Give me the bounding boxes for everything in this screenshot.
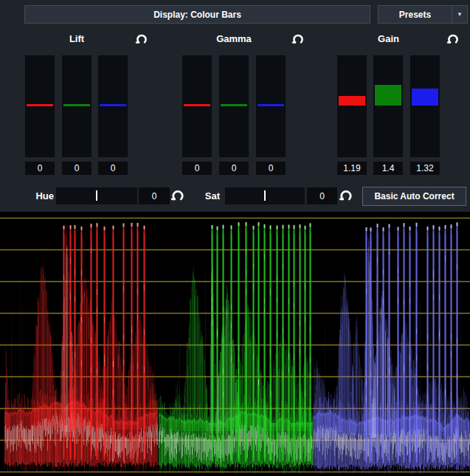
- gain-green-value: 1.4: [373, 162, 403, 175]
- reset-icon: [339, 188, 353, 203]
- gain-red-level: [339, 96, 365, 106]
- sat-label: Sat: [198, 190, 220, 202]
- lift-blue-level: [100, 104, 126, 106]
- gain-blue-value: 1.32: [410, 162, 440, 175]
- gamma-section-title: Gamma: [182, 33, 286, 45]
- lift-green-level: [63, 104, 90, 106]
- presets-label: Presets: [379, 10, 452, 20]
- gain-red-slider[interactable]: [337, 55, 367, 157]
- hue-slider-handle[interactable]: [96, 190, 97, 201]
- reset-icon: [170, 188, 185, 203]
- lift-reset-button[interactable]: [134, 32, 149, 46]
- gain-red-value: 1.19: [337, 162, 367, 175]
- display-mode-button[interactable]: Display: Colour Bars: [24, 5, 370, 24]
- gain-section-title: Gain: [337, 33, 440, 45]
- sat-value: 0: [307, 187, 337, 204]
- basic-auto-correct-button[interactable]: Basic Auto Correct: [362, 187, 466, 206]
- gain-green-level: [375, 85, 401, 106]
- sat-slider[interactable]: [225, 187, 305, 204]
- lift-red-slider[interactable]: [25, 55, 55, 157]
- lift-green-value: 0: [62, 162, 91, 175]
- lift-green-slider[interactable]: [62, 55, 91, 157]
- gamma-green-slider[interactable]: [219, 55, 249, 157]
- gamma-reset-button[interactable]: [291, 32, 305, 46]
- gamma-green-level: [221, 104, 247, 106]
- gamma-red-value: 0: [182, 162, 212, 175]
- reset-icon: [291, 32, 305, 46]
- gain-green-slider[interactable]: [373, 55, 403, 157]
- hue-value: 0: [139, 187, 170, 204]
- gain-blue-slider[interactable]: [410, 55, 440, 157]
- chevron-down-icon[interactable]: ▼: [452, 11, 467, 18]
- reset-icon: [446, 32, 460, 46]
- gamma-blue-value: 0: [256, 162, 286, 175]
- gamma-red-level: [184, 104, 210, 106]
- presets-button[interactable]: Presets ▼: [378, 5, 468, 24]
- lift-section-title: Lift: [25, 33, 128, 45]
- gamma-blue-slider[interactable]: [256, 55, 286, 157]
- hue-reset-button[interactable]: [170, 188, 185, 203]
- lift-red-level: [27, 104, 53, 106]
- sat-reset-button[interactable]: [339, 188, 353, 203]
- lift-blue-slider[interactable]: [98, 55, 128, 157]
- lift-red-value: 0: [25, 162, 55, 175]
- gamma-red-slider[interactable]: [182, 55, 212, 157]
- hue-label: Hue: [28, 190, 54, 202]
- sat-slider-handle[interactable]: [264, 190, 266, 201]
- rgb-parade-scope: [0, 212, 470, 476]
- gain-reset-button[interactable]: [446, 32, 460, 46]
- lift-blue-value: 0: [98, 162, 128, 175]
- reset-icon: [135, 32, 148, 46]
- hue-slider[interactable]: [56, 187, 137, 204]
- colour-correct-panel: Display: Colour Bars Presets ▼ Lift Gamm…: [0, 0, 470, 476]
- gain-blue-level: [412, 89, 438, 106]
- gamma-blue-level: [258, 104, 284, 106]
- gamma-green-value: 0: [219, 162, 249, 175]
